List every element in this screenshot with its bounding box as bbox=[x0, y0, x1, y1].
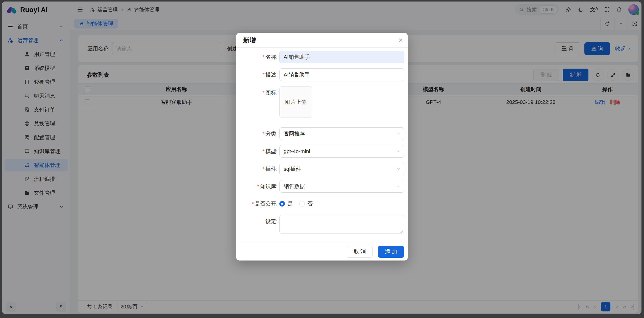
modal-title: 新增 bbox=[243, 36, 256, 44]
field-row-setting: 设定: bbox=[236, 215, 404, 234]
cancel-button[interactable]: 取 消 bbox=[347, 246, 373, 258]
add-agent-modal: 新增 × *名称: *描述: *图标: 图片上传 *分类: 官网推荐 *模型: … bbox=[236, 33, 408, 261]
model-select[interactable]: gpt-4o-mini bbox=[279, 145, 404, 158]
category-select[interactable]: 官网推荐 bbox=[279, 127, 404, 140]
setting-field-label: 设定: bbox=[236, 218, 278, 225]
required-mark: * bbox=[262, 166, 264, 172]
desc-field-label: *描述: bbox=[236, 71, 278, 78]
field-row-icon: *图标: 图片上传 bbox=[236, 86, 404, 117]
modal-footer: 取 消 添 加 bbox=[236, 243, 408, 261]
required-mark: * bbox=[262, 148, 264, 154]
upload-text: 图片上传 bbox=[285, 99, 306, 106]
field-row-knowledge-base: *知识库: 销售数据 bbox=[236, 180, 404, 193]
public-yes-radio[interactable]: 是 bbox=[279, 200, 293, 207]
plugin-select-value: sql插件 bbox=[284, 165, 301, 172]
chevron-down-icon bbox=[397, 184, 401, 188]
setting-textarea[interactable] bbox=[279, 215, 404, 234]
required-mark: * bbox=[262, 131, 264, 136]
chevron-down-icon bbox=[397, 149, 401, 153]
radio-selected-icon bbox=[279, 201, 285, 207]
name-field-label: *名称: bbox=[236, 53, 278, 61]
modal-header: 新增 × bbox=[236, 33, 408, 48]
knowledge-base-select[interactable]: 销售数据 bbox=[279, 180, 404, 193]
model-select-value: gpt-4o-mini bbox=[284, 148, 310, 154]
kb-field-label: *知识库: bbox=[236, 183, 278, 190]
field-row-model: *模型: gpt-4o-mini bbox=[236, 145, 404, 158]
field-row-desc: *描述: bbox=[236, 68, 404, 81]
public-no-label: 否 bbox=[307, 200, 313, 207]
field-row-category: *分类: 官网推荐 bbox=[236, 127, 404, 140]
required-mark: * bbox=[262, 54, 264, 60]
required-mark: * bbox=[257, 183, 259, 189]
public-field-label: *是否公开: bbox=[236, 200, 278, 207]
required-mark: * bbox=[262, 72, 264, 77]
kb-select-value: 销售数据 bbox=[284, 183, 305, 190]
field-row-name: *名称: bbox=[236, 51, 404, 63]
plugin-select[interactable]: sql插件 bbox=[279, 163, 404, 175]
image-upload-box[interactable]: 图片上传 bbox=[279, 86, 312, 118]
chevron-down-icon bbox=[397, 167, 401, 171]
desc-input[interactable] bbox=[279, 68, 404, 81]
chevron-down-icon bbox=[397, 132, 401, 136]
app-window: Ruoyi AI 首页 运营管理 bbox=[2, 2, 641, 314]
radio-unselected-icon bbox=[299, 201, 305, 207]
field-row-public: *是否公开: 是 否 bbox=[236, 197, 404, 210]
public-no-radio[interactable]: 否 bbox=[299, 200, 313, 207]
category-select-value: 官网推荐 bbox=[284, 130, 305, 137]
name-input[interactable] bbox=[279, 51, 404, 63]
setting-textarea-wrap bbox=[279, 215, 404, 234]
field-row-plugin: *插件: sql插件 bbox=[236, 163, 404, 175]
category-field-label: *分类: bbox=[236, 130, 278, 137]
submit-add-button[interactable]: 添 加 bbox=[378, 246, 404, 258]
required-mark: * bbox=[262, 90, 264, 96]
model-field-label: *模型: bbox=[236, 148, 278, 155]
close-icon[interactable]: × bbox=[398, 36, 403, 44]
public-yes-label: 是 bbox=[287, 200, 293, 207]
plugin-field-label: *插件: bbox=[236, 165, 278, 172]
required-mark: * bbox=[252, 201, 254, 207]
icon-field-label: *图标: bbox=[236, 89, 278, 96]
